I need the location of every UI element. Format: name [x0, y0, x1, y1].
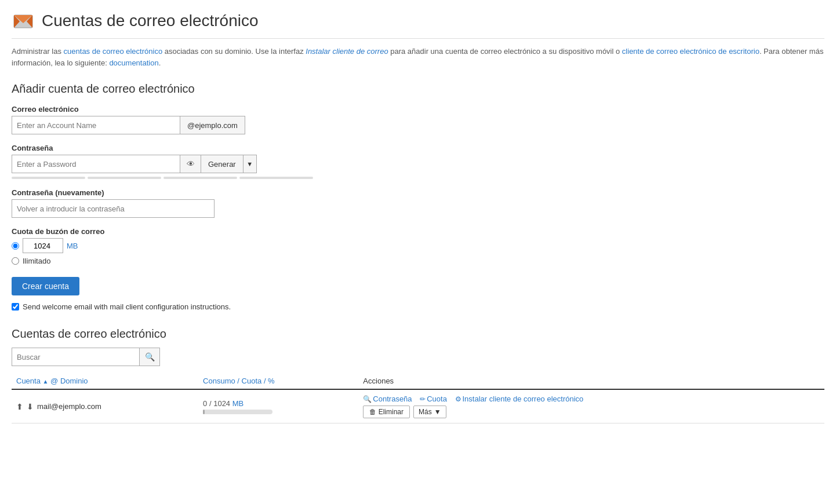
usage-value: 0 / 1024	[203, 399, 232, 408]
account-email: mail@ejemplo.com	[37, 402, 101, 411]
password-input-row: 👁 Generar ▼	[12, 155, 824, 173]
actions-cell: 🔍Contraseña ✏Cuota ⚙Instalar cliente de …	[358, 389, 824, 423]
strength-segment-3	[163, 177, 237, 179]
quota-limited-option: MB	[12, 238, 824, 253]
usage-header-label: Consumo / Cuota / %	[203, 377, 275, 385]
eye-icon: 👁	[187, 159, 195, 169]
generate-button[interactable]: Generar	[201, 155, 243, 173]
confirm-password-input[interactable]	[12, 199, 215, 218]
password-label: Contraseña	[12, 144, 824, 152]
add-account-section: Añadir cuenta de correo electrónico Corr…	[12, 82, 824, 311]
password-input[interactable]	[12, 155, 180, 173]
create-account-button[interactable]: Crear cuenta	[12, 277, 79, 295]
quota-action-link[interactable]: ✏Cuota	[420, 395, 449, 403]
password-toggle-button[interactable]: 👁	[180, 155, 201, 173]
strength-segment-2	[88, 177, 161, 179]
sort-ascending-icon: ▲	[43, 378, 49, 385]
account-name-input[interactable]	[12, 116, 180, 134]
quota-unit-label[interactable]: MB	[67, 242, 78, 250]
strength-segment-1	[12, 177, 85, 179]
quota-label: Cuota de buzón de correo	[12, 227, 824, 236]
usage-column-header: Consumo / Cuota / %	[198, 373, 358, 389]
welcome-email-label: Send welcome email with mail client conf…	[23, 302, 231, 311]
page-header: Cuentas de correo electrónico	[12, 9, 824, 39]
account-header-label: Cuenta	[16, 377, 41, 385]
table-header-row: Cuenta ▲ @ Dominio Consumo / Cuota / % A…	[12, 373, 824, 389]
upload-icon: ⬆	[16, 402, 23, 411]
usage-bar-container	[203, 410, 272, 414]
page-title: Cuentas de correo electrónico	[42, 12, 259, 30]
page-description: Administrar las cuentas de correo electr…	[12, 46, 824, 68]
domain-header-label[interactable]: Dominio	[60, 377, 88, 385]
accounts-list-section: Cuentas de correo electrónico 🔍 Cuenta ▲…	[12, 327, 824, 423]
usage-unit-link[interactable]: MB	[232, 399, 244, 408]
search-icon: 🔍	[145, 352, 155, 361]
install-icon: ⚙	[455, 395, 461, 403]
quota-unlimited-radio[interactable]	[12, 257, 19, 265]
account-column-header[interactable]: Cuenta ▲ @ Dominio	[12, 373, 198, 389]
install-client-action-link[interactable]: ⚙Instalar cliente de correo electrónico	[455, 395, 584, 403]
confirm-password-label: Contraseña (nuevamente)	[12, 188, 824, 197]
add-section-title: Añadir cuenta de correo electrónico	[12, 82, 824, 96]
generate-dropdown-button[interactable]: ▼	[243, 155, 257, 173]
delete-button[interactable]: 🗑 Eliminar	[363, 406, 410, 418]
search-button[interactable]: 🔍	[139, 348, 160, 366]
manage-link[interactable]: cuentas de correo electrónico	[64, 47, 163, 56]
download-icon: ⬇	[27, 402, 34, 411]
strength-segment-4	[239, 177, 313, 179]
table-row: ⬆ ⬇ mail@ejemplo.com 0 / 1024 MB	[12, 389, 824, 423]
actions-column-header: Acciones	[358, 373, 824, 389]
password-field-group: Contraseña 👁 Generar ▼	[12, 144, 824, 179]
search-input[interactable]	[12, 348, 139, 366]
account-cell: ⬆ ⬇ mail@ejemplo.com	[12, 389, 198, 423]
accounts-table: Cuenta ▲ @ Dominio Consumo / Cuota / % A…	[12, 373, 824, 423]
password-icon: 🔍	[363, 395, 372, 403]
password-strength-bar	[12, 177, 313, 179]
email-label: Correo electrónico	[12, 105, 824, 114]
actions-row-1: 🔍Contraseña ✏Cuota ⚙Instalar cliente de …	[363, 395, 820, 403]
confirm-password-group: Contraseña (nuevamente)	[12, 188, 824, 218]
actions-header-label: Acciones	[363, 377, 394, 385]
more-button[interactable]: Más ▼	[413, 406, 446, 418]
more-chevron-icon: ▼	[434, 408, 441, 416]
quota-section: Cuota de buzón de correo MB Ilimitado	[12, 227, 824, 265]
email-field-group: Correo electrónico @ejemplo.com	[12, 105, 824, 134]
account-icons-row: ⬆ ⬇ mail@ejemplo.com	[16, 402, 194, 411]
desktop-client-link[interactable]: cliente de correo electrónico de escrito…	[622, 47, 759, 56]
usage-bar-fill	[203, 410, 204, 414]
trash-icon: 🗑	[369, 408, 376, 416]
welcome-email-row: Send welcome email with mail client conf…	[12, 302, 824, 311]
password-action-link[interactable]: 🔍Contraseña	[363, 395, 414, 403]
usage-text: 0 / 1024 MB	[203, 399, 354, 408]
quota-value-input[interactable]	[23, 238, 63, 253]
quota-unlimited-option: Ilimitado	[12, 257, 824, 265]
actions-row-2: 🗑 Eliminar Más ▼	[363, 406, 820, 418]
search-row: 🔍	[12, 348, 824, 366]
chevron-down-icon: ▼	[246, 160, 253, 167]
quota-limited-radio[interactable]	[12, 242, 19, 250]
quota-unlimited-label: Ilimitado	[23, 257, 50, 265]
more-button-label: Más	[419, 408, 432, 416]
list-section-title: Cuentas de correo electrónico	[12, 327, 824, 341]
at-separator: @	[50, 377, 60, 385]
welcome-email-checkbox[interactable]	[12, 303, 19, 311]
install-client-link[interactable]: Instalar cliente de correo	[306, 47, 388, 56]
quota-options: MB Ilimitado	[12, 238, 824, 265]
email-input-row: @ejemplo.com	[12, 116, 824, 134]
email-icon	[12, 9, 35, 32]
email-domain-badge: @ejemplo.com	[180, 116, 245, 134]
documentation-link[interactable]: documentation	[109, 59, 158, 67]
quota-icon: ✏	[420, 395, 426, 403]
usage-cell: 0 / 1024 MB	[198, 389, 358, 423]
